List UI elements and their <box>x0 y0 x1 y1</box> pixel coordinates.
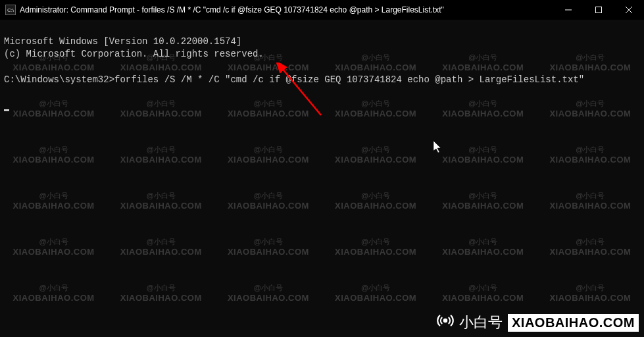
cmd-icon: C:\ <box>5 5 16 15</box>
window-title: Administrator: Command Prompt - forfiles… <box>20 5 444 14</box>
maximize-button[interactable] <box>583 0 614 20</box>
titlebar-left: C:\ Administrator: Command Prompt - forf… <box>5 5 444 15</box>
terminal-line: (c) Microsoft Corporation. All rights re… <box>4 49 264 59</box>
minimize-button[interactable] <box>553 0 583 20</box>
watermark-logo: 小白号 XIAOBAIHAO.COM <box>437 312 639 333</box>
broadcast-icon <box>437 312 454 333</box>
watermark-text: 小白号 <box>459 313 503 332</box>
terminal-command: forfiles /S /M * /C "cmd /c if @fsize GE… <box>114 74 584 85</box>
close-button[interactable] <box>614 0 644 20</box>
svg-point-5 <box>444 319 447 322</box>
watermark-url: XIAOBAIHAO.COM <box>508 314 639 332</box>
svg-rect-1 <box>596 7 602 13</box>
terminal-area[interactable]: Microsoft Windows [Version 10.0.22000.15… <box>0 20 644 337</box>
text-cursor <box>4 109 9 111</box>
window-controls <box>553 0 644 20</box>
terminal-line: Microsoft Windows [Version 10.0.22000.15… <box>4 36 241 47</box>
terminal-prompt: C:\Windows\system32> <box>4 74 114 85</box>
window-titlebar: C:\ Administrator: Command Prompt - forf… <box>0 0 644 20</box>
